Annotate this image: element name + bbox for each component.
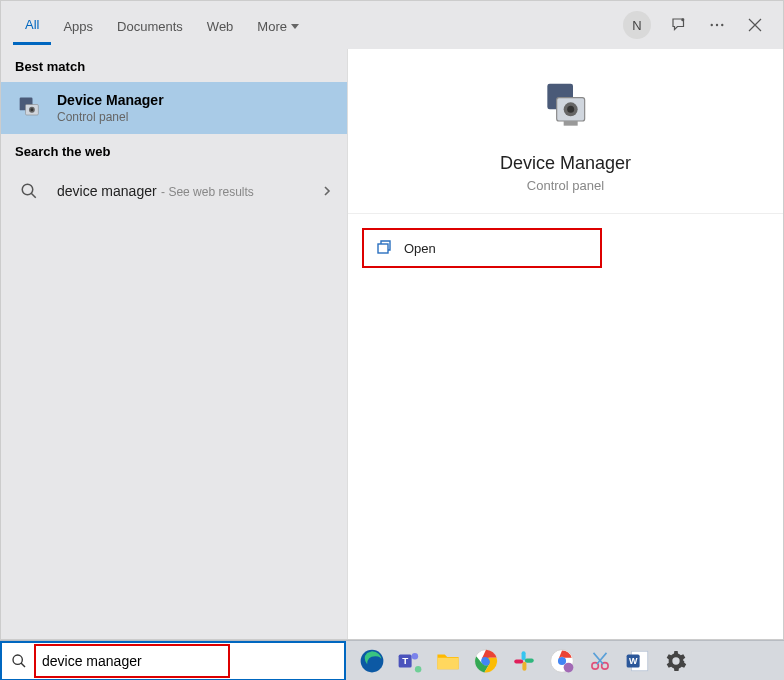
open-label: Open — [404, 241, 436, 256]
preview-pane: Device Manager Control panel Open — [347, 49, 783, 639]
tab-apps[interactable]: Apps — [51, 7, 105, 44]
taskbar: T W — [0, 640, 784, 680]
preview-subtitle: Control panel — [527, 178, 604, 193]
chrome-icon[interactable] — [472, 647, 500, 675]
more-options-icon[interactable] — [707, 15, 727, 35]
content-area: Best match Device Manager Control panel … — [1, 49, 783, 639]
section-search-web: Search the web — [1, 134, 347, 167]
settings-icon[interactable] — [662, 647, 690, 675]
file-explorer-icon[interactable] — [434, 647, 462, 675]
svg-rect-21 — [437, 657, 458, 668]
search-input[interactable] — [42, 647, 222, 675]
svg-point-29 — [558, 656, 566, 664]
device-manager-large-icon — [538, 79, 594, 135]
search-icon — [15, 177, 43, 205]
word-icon[interactable]: W — [624, 647, 652, 675]
user-avatar[interactable]: N — [623, 11, 651, 39]
open-icon — [376, 240, 392, 256]
tab-web[interactable]: Web — [195, 7, 246, 44]
result-title: Device Manager — [57, 92, 164, 108]
svg-point-2 — [716, 24, 718, 26]
svg-point-3 — [721, 24, 723, 26]
web-result-hint: - See web results — [161, 185, 254, 199]
preview-header: Device Manager Control panel — [348, 49, 783, 214]
open-action[interactable]: Open — [362, 228, 602, 268]
chevron-right-icon — [321, 185, 333, 197]
result-subtitle: Control panel — [57, 110, 164, 124]
svg-rect-26 — [522, 661, 526, 670]
result-device-manager[interactable]: Device Manager Control panel — [1, 82, 347, 134]
close-icon[interactable] — [745, 15, 765, 35]
svg-point-20 — [415, 665, 422, 672]
search-panel: All Apps Documents Web More N Best match — [0, 0, 784, 640]
preview-title: Device Manager — [500, 153, 631, 174]
tab-all[interactable]: All — [13, 5, 51, 45]
teams-icon[interactable]: T — [396, 647, 424, 675]
preview-actions: Open — [348, 214, 783, 282]
tab-documents[interactable]: Documents — [105, 7, 195, 44]
svg-rect-13 — [563, 121, 577, 126]
svg-point-30 — [564, 662, 574, 672]
web-result-text: device manager - See web results — [57, 182, 254, 200]
search-icon — [2, 653, 36, 669]
top-bar: All Apps Documents Web More N — [1, 1, 783, 49]
svg-text:W: W — [629, 656, 638, 666]
tab-more-label: More — [257, 19, 287, 34]
web-result-query: device manager — [57, 183, 157, 199]
chevron-down-icon — [291, 24, 299, 29]
web-search-result[interactable]: device manager - See web results — [1, 167, 347, 215]
edge-icon[interactable] — [358, 647, 386, 675]
snip-icon[interactable] — [586, 647, 614, 675]
svg-point-19 — [412, 652, 419, 659]
svg-point-8 — [22, 184, 33, 195]
svg-rect-25 — [525, 658, 534, 662]
svg-text:T: T — [402, 655, 408, 666]
svg-rect-27 — [514, 659, 523, 663]
svg-rect-14 — [378, 244, 388, 253]
svg-point-12 — [567, 106, 574, 113]
svg-point-15 — [13, 655, 22, 664]
svg-point-7 — [30, 108, 33, 111]
device-manager-icon — [15, 94, 43, 122]
filter-tabs: All Apps Documents Web More — [13, 5, 623, 45]
taskbar-search[interactable] — [0, 641, 346, 681]
results-pane: Best match Device Manager Control panel … — [1, 49, 347, 639]
result-text: Device Manager Control panel — [57, 92, 164, 124]
search-highlight — [34, 644, 230, 678]
svg-point-0 — [681, 18, 684, 21]
feedback-icon[interactable] — [669, 15, 689, 35]
taskbar-apps: T W — [346, 647, 690, 675]
tab-more[interactable]: More — [245, 7, 311, 44]
svg-point-1 — [711, 24, 713, 26]
top-actions: N — [623, 11, 771, 39]
section-best-match: Best match — [1, 49, 347, 82]
slack-icon[interactable] — [510, 647, 538, 675]
chrome-profile-icon[interactable] — [548, 647, 576, 675]
svg-rect-24 — [522, 651, 526, 660]
